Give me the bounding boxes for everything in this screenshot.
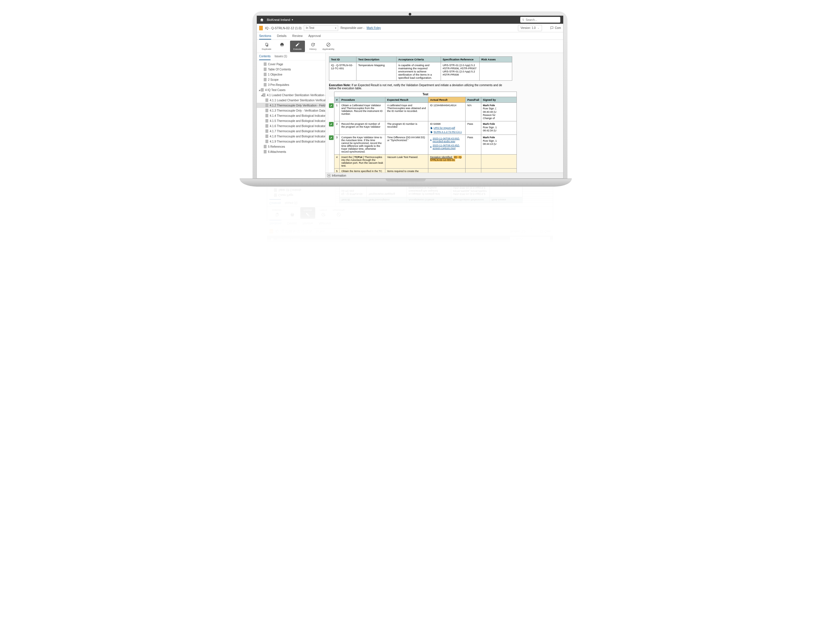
tab-review[interactable]: Review: [303, 220, 313, 227]
tab-details[interactable]: Details: [287, 220, 297, 227]
edit-step-icon[interactable]: [329, 135, 333, 140]
attachment-link[interactable]: 2023-11-06T08:43:00Z-recorded-audio.wav: [430, 137, 464, 143]
print-button[interactable]: [285, 207, 300, 219]
caret-down-icon: ▼: [301, 238, 304, 241]
tree-item[interactable]: 4.1.1 Loaded Chamber Sterilization Verif…: [257, 98, 325, 103]
applicability-button[interactable]: Applicability: [321, 41, 336, 52]
tree-item[interactable]: 4.1.9 Thermocouple and Biological Indica…: [257, 139, 325, 144]
attachment-link[interactable]: URS for Import.pdf: [430, 127, 464, 129]
print-button[interactable]: [275, 41, 289, 52]
toolbar: Duplicate Execute History Applicability: [267, 206, 553, 219]
tree-item[interactable]: 4.1.4 Thermocouple and Biological Indica…: [257, 113, 325, 118]
col-acc-crit: Acceptance Criteria: [396, 57, 441, 62]
sidebar-tabs: Contents Issues (1): [257, 53, 325, 60]
tree-item[interactable]: 6 Attachments: [257, 149, 325, 154]
history-icon: [311, 42, 315, 47]
responsible-user-link[interactable]: Mark Foley: [367, 26, 381, 29]
tab-sections[interactable]: Sections: [259, 32, 271, 40]
comment-button[interactable]: Com: [550, 26, 561, 30]
history-button[interactable]: History: [306, 41, 320, 52]
tree-item[interactable]: ◢4 IQ Test Cases: [257, 87, 325, 92]
screen: BioKneat Ireland ▼ IQ - Q-STRLN-02-12 (1…: [267, 187, 553, 244]
col-test-id: Test ID: [339, 197, 367, 203]
col-spec-ref: Specification Reference: [441, 57, 479, 62]
duplicate-button[interactable]: Duplicate: [259, 41, 274, 52]
edit-step-icon[interactable]: [329, 122, 333, 127]
main-tabs: Sections Details Review Approval: [267, 219, 553, 227]
test-info-row: IQ - Q-STRLN-02-12-TC-001 Temperature Ma…: [339, 187, 522, 197]
test-steps-table: # Procedure Expected Result Actual Resul…: [329, 97, 517, 173]
print-icon: [280, 42, 284, 47]
sidebar: Contents Issues (1) Cover PageTable Of C…: [257, 53, 326, 178]
tree-item[interactable]: 1 Objective: [257, 72, 325, 77]
sidebar-tab-issues[interactable]: Issues (1): [275, 53, 287, 60]
sidebar-tab-contents[interactable]: Contents: [269, 199, 281, 206]
history-button[interactable]: History: [316, 207, 331, 219]
tab-approval[interactable]: Approval: [319, 220, 331, 227]
info-expand-icon[interactable]: ▾: [327, 174, 330, 177]
search-input[interactable]: [526, 18, 559, 21]
laptop-base: [240, 179, 572, 187]
trackpad-notch: [385, 179, 426, 181]
attachment-link[interactable]: SCRN-4.1.2-T2-R2-C4.1: [430, 130, 464, 133]
tab-sections[interactable]: Sections: [269, 220, 281, 227]
screen: BioKneat Ireland ▼ IQ - Q-STRLN-02-12 (1…: [256, 15, 564, 179]
tree-item[interactable]: 5 References: [257, 144, 325, 149]
tree-item[interactable]: Table Of Contents: [267, 187, 336, 193]
tree-item[interactable]: 1 Objective: [267, 187, 336, 187]
search-box[interactable]: [520, 17, 560, 23]
comment-button[interactable]: Com: [540, 230, 551, 233]
document-title: IQ - Q-STRLN-02-12 (1.0): [275, 230, 312, 233]
topbar: BioKneat Ireland ▼: [257, 16, 563, 24]
col-test-id: Test ID: [329, 57, 356, 62]
prohibit-icon: [326, 42, 331, 47]
applicability-button[interactable]: Applicability: [331, 207, 346, 219]
comment-icon: [550, 26, 554, 30]
search-input[interactable]: [515, 238, 548, 241]
version-dropdown[interactable]: Version: 1.0 ⌄: [508, 228, 532, 235]
tree-item[interactable]: Cover Page: [267, 193, 336, 198]
tab-review[interactable]: Review: [292, 32, 303, 40]
tree-item[interactable]: 2 Scope: [257, 77, 325, 82]
main-tabs: Sections Details Review Approval: [257, 32, 563, 40]
docbar: IQ - Q-STRLN-02-12 (1.0) In Test Respons…: [267, 227, 553, 236]
sidebar: Contents Issues (1) Cover PageTable Of C…: [267, 187, 336, 206]
tab-approval[interactable]: Approval: [309, 32, 321, 40]
home-icon[interactable]: [260, 18, 264, 22]
version-dropdown[interactable]: Version: 1.0 ⌄: [518, 25, 542, 31]
org-dropdown[interactable]: BioKneat Ireland ▼: [277, 238, 304, 241]
tree-item[interactable]: 4.1.8 Thermocouple and Biological Indica…: [257, 134, 325, 139]
search-box[interactable]: [510, 237, 550, 242]
edit-step-icon[interactable]: [329, 103, 333, 108]
tree-item[interactable]: 4.1.2 Thermocouple Only Verification - F…: [257, 103, 325, 108]
tree-item[interactable]: Table Of Contents: [257, 67, 325, 72]
duplicate-button[interactable]: Duplicate: [269, 207, 284, 219]
responsible-user-link[interactable]: Mark Foley: [377, 230, 391, 233]
search-icon: [522, 18, 525, 21]
test-info-table: Test ID Test Description Acceptance Crit…: [339, 187, 522, 203]
sidebar-tab-contents[interactable]: Contents: [259, 53, 270, 60]
document-icon: [269, 229, 273, 234]
tree-item[interactable]: Cover Page: [257, 61, 325, 67]
search-icon: [511, 238, 514, 241]
home-icon[interactable]: [270, 238, 274, 242]
tree-item[interactable]: ◢4.1 Loaded Chamber Sterilization Verifi…: [257, 92, 325, 98]
execute-button[interactable]: Execute: [290, 41, 305, 52]
attachment-link[interactable]: 2023-11-06T08:43:45Z-screen-capture.mp4: [430, 144, 464, 150]
status-dropdown[interactable]: In Test: [304, 25, 338, 31]
tree-item[interactable]: 4.1.7 Thermocouple and Biological Indica…: [257, 129, 325, 134]
docbar: IQ - Q-STRLN-02-12 (1.0) In Test Respons…: [257, 24, 563, 32]
status-dropdown[interactable]: In Test: [314, 229, 349, 235]
tab-details[interactable]: Details: [277, 32, 287, 40]
sidebar-tab-issues[interactable]: Issues (1): [285, 199, 298, 206]
tree-item[interactable]: 4.1.3 Thermocouple Only - Verification D…: [257, 108, 325, 113]
col-acc-crit: Acceptance Criteria: [407, 197, 451, 203]
tree-item[interactable]: 4.1.5 Thermocouple and Biological Indica…: [257, 118, 325, 123]
tree-item[interactable]: 3 Pre-Requisites: [257, 82, 325, 87]
tree-item[interactable]: 4.1.6 Thermocouple and Biological Indica…: [257, 123, 325, 129]
prohibit-icon: [336, 212, 341, 217]
toolbar: Duplicate Execute History Applicability: [257, 40, 563, 53]
org-dropdown[interactable]: BioKneat Ireland ▼: [267, 18, 293, 21]
pencil-icon: [306, 212, 310, 217]
execute-button[interactable]: Execute: [300, 207, 315, 219]
